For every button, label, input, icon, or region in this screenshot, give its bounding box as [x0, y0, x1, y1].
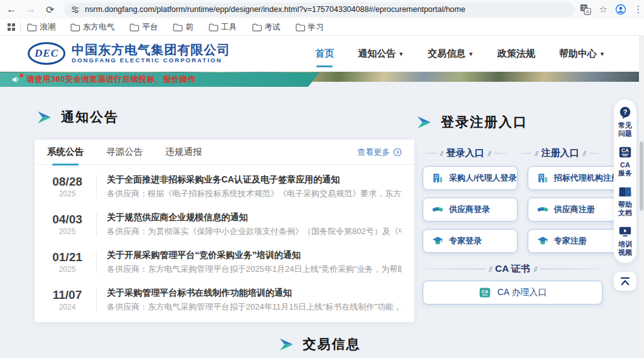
section-arrow-icon	[416, 116, 432, 129]
date-md: 11/07	[47, 288, 87, 302]
button-label: 招标代理机构注册	[554, 172, 619, 184]
bookmark-label: 浪潮	[40, 22, 55, 33]
nav-help-center[interactable]: 帮助中心 ▼	[559, 44, 605, 64]
bookmark-label: 工具	[221, 22, 237, 33]
purchaser-login-button[interactable]: 采购人/代理人登录	[423, 166, 518, 190]
nav-policies[interactable]: 政策法规	[497, 44, 535, 64]
sidebar-item-label: 常见问题	[618, 121, 633, 138]
tab-sourcing-notices[interactable]: 寻源公告	[106, 140, 143, 165]
sidebar-item-training-videos[interactable]: 培训视频	[614, 225, 636, 257]
date-year: 2025	[47, 264, 87, 274]
sidebar-item-ca-service[interactable]: CA CA服务	[614, 145, 636, 177]
browser-toolbar: ← → ⟳ nsrm.dongfang.com/platform/runtime…	[0, 0, 644, 19]
ca-card-icon: CA	[618, 145, 632, 159]
date-year: 2025	[47, 189, 87, 199]
company-name: 中国东方电气集团有限公司 DONGFANG ELECTRIC CORPORATI…	[72, 43, 230, 64]
tab-system-notices[interactable]: 系统公告	[47, 140, 84, 165]
date-year: 2024	[47, 302, 87, 312]
divider	[20, 23, 21, 32]
graduation-cap-icon	[432, 235, 443, 247]
building-icon	[432, 172, 443, 184]
divider	[423, 269, 485, 269]
entry-button-grid: 采购人/代理人登录 招标代理机构注册 供应商登录	[423, 166, 602, 253]
notice-desc: 各供应商：东方电气采购管理平台拟于2025年1月24日上线“竞价采购”业务，为帮…	[107, 264, 402, 275]
folder-icon	[27, 23, 36, 31]
tab-violation-reports[interactable]: 违规通报	[165, 140, 202, 165]
view-more-link[interactable]: 查看更多	[357, 147, 402, 158]
bookmark-folder[interactable]: 工具	[209, 22, 237, 33]
site-header: DEC 中国东方电气集团有限公司 DONGFANG ELECTRIC CORPO…	[0, 36, 644, 72]
list-item[interactable]: 04/03 2025 关于规范供应商企业规模信息的通知 各供应商：为贯彻落实《保…	[47, 205, 402, 243]
dec-logo-icon: DEC	[28, 42, 65, 65]
nav-label: 政策法规	[497, 48, 535, 60]
bookmark-folder[interactable]: 平台	[130, 22, 158, 33]
sidebar-item-help-docs[interactable]: 帮助文档	[614, 185, 636, 217]
back-icon[interactable]: ←	[4, 1, 19, 18]
floating-sidebar: ? 常见问题 CA CA服务 帮助文档	[614, 99, 636, 263]
notice-title[interactable]: 关于规范供应商企业规模信息的通知	[107, 211, 402, 223]
folder-icon	[209, 23, 218, 31]
site-settings-icon[interactable]	[70, 5, 80, 14]
button-label: 专家登录	[449, 235, 482, 247]
sidebar-item-faq[interactable]: ? 常见问题	[614, 106, 636, 138]
handshake-icon	[432, 204, 443, 215]
divider	[540, 269, 602, 269]
list-item[interactable]: 01/21 2025 关于开展采购管理平台“竞价采购业务”培训的通知 各供应商：…	[47, 243, 402, 281]
bookmark-folder[interactable]: 前	[173, 22, 194, 33]
bookmark-folder[interactable]: 考试	[252, 22, 280, 33]
trade-section-title: 交易信息	[0, 335, 639, 353]
supplier-register-button[interactable]: 供应商注册	[528, 198, 620, 221]
folder-icon	[70, 23, 80, 31]
nav-label: 通知公告	[358, 48, 396, 60]
bookmark-folder[interactable]: 东方电气	[70, 22, 114, 33]
expert-login-button[interactable]: 专家登录	[423, 229, 518, 253]
notice-title[interactable]: 关于采购管理平台标书在线制作功能培训的通知	[107, 287, 402, 299]
apps-grid-icon[interactable]	[6, 22, 16, 32]
section-arrow-icon	[36, 111, 52, 124]
browser-menu-icon[interactable]: ⋮	[633, 4, 644, 15]
notice-body: 关于全面推进非招标采购业务CA认证及电子签章应用的通知 各供应商：根据《电子招标…	[107, 174, 402, 199]
address-bar[interactable]: nsrm.dongfang.com/platform/runtime/epp/d…	[64, 3, 575, 17]
main-nav: 首页 通知公告 ▼ 交易信息 ▼ 政策法规 帮助中心 ▼	[315, 36, 605, 72]
supplier-login-button[interactable]: 供应商登录	[423, 198, 518, 221]
notice-desc: 各供应商：为贯彻落实《保障中小企业款项支付条例》（国务院令第802号）及《中小企…	[107, 226, 402, 237]
page-scrollbar[interactable]	[639, 36, 644, 358]
register-header: // 注册入口 //	[518, 147, 602, 159]
browser-notice-ribbon: 请使用360安全浏览器进行后续投标、报价操作	[0, 72, 319, 87]
sidebar-item-label: CA服务	[618, 161, 633, 177]
bookmark-folder[interactable]: 浪潮	[27, 22, 55, 33]
translate-icon[interactable]: 文 A	[580, 4, 591, 15]
reload-icon[interactable]: ⟳	[42, 1, 58, 18]
book-icon	[618, 185, 632, 199]
notice-date: 11/07 2024	[47, 288, 87, 312]
notice-date: 01/21 2025	[47, 250, 87, 274]
announcement-list: 08/28 2025 关于全面推进非招标采购业务CA认证及电子签章应用的通知 各…	[35, 165, 414, 318]
notice-title[interactable]: 关于开展采购管理平台“竞价采购业务”培训的通知	[107, 249, 402, 261]
notice-title[interactable]: 关于全面推进非招标采购业务CA认证及电子签章应用的通知	[107, 174, 402, 186]
divider	[518, 153, 531, 154]
collapse-to-top-button[interactable]	[614, 272, 636, 291]
profile-icon[interactable]	[615, 4, 626, 15]
bookmark-star-icon[interactable]: ☆	[597, 4, 609, 15]
ca-badge-icon: CA	[479, 286, 491, 299]
divider	[494, 153, 508, 154]
announcements-section-title: 通知公告	[36, 108, 119, 126]
button-label: CA 办理入口	[497, 287, 547, 298]
bookmark-folder[interactable]: 学习	[296, 22, 324, 33]
bookmarks-bar: 浪潮 东方电气 平台 前 工具 考试 学习	[0, 19, 644, 36]
company-logo[interactable]: DEC 中国东方电气集团有限公司 DONGFANG ELECTRIC CORPO…	[28, 42, 230, 65]
nav-notices[interactable]: 通知公告 ▼	[358, 44, 404, 64]
chevron-down-icon: ▼	[398, 51, 404, 57]
list-item[interactable]: 11/07 2024 关于采购管理平台标书在线制作功能培训的通知 各供应商：东方…	[47, 281, 402, 318]
chevron-down-icon: ▼	[468, 51, 474, 57]
ca-cert-header: // CA 证书 //	[423, 263, 602, 275]
forward-icon[interactable]: →	[23, 1, 39, 18]
agency-register-button[interactable]: 招标代理机构注册	[528, 166, 620, 190]
scrollbar-thumb[interactable]	[640, 142, 643, 211]
nav-home[interactable]: 首页	[315, 44, 334, 64]
company-name-cn: 中国东方电气集团有限公司	[72, 43, 230, 57]
nav-trade-info[interactable]: 交易信息 ▼	[428, 44, 474, 64]
ca-apply-button[interactable]: CA CA 办理入口	[423, 281, 602, 305]
list-item[interactable]: 08/28 2025 关于全面推进非招标采购业务CA认证及电子签章应用的通知 各…	[47, 167, 402, 205]
expert-register-button[interactable]: 专家注册	[528, 229, 620, 253]
